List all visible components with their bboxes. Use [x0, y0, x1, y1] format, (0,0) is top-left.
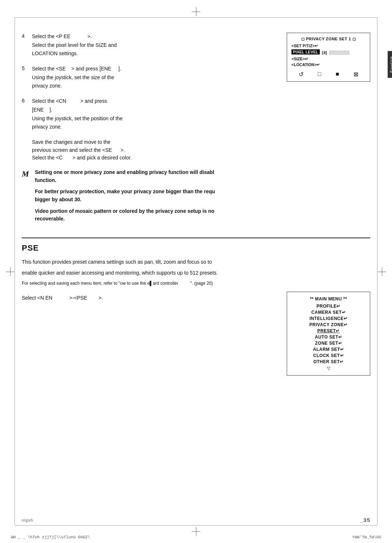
border-bottom — [15, 525, 377, 526]
menu-item-alarmset: ALARM SET↵ — [293, 347, 364, 352]
crosshair-left — [6, 267, 15, 276]
bottom-code-right: YWW'TW_TW\GG — [352, 535, 381, 539]
pb-location: <LOCATION>↵ — [291, 62, 366, 67]
language-tab: English — [388, 51, 392, 78]
step-5-line1: Select the <SE > and press [ENE ]. — [32, 65, 121, 73]
privacy-zone-box-container: ◻ PRIVACY ZONE SET 1 ◻ <SET P/T/Z>↵ PIXE… — [287, 33, 370, 162]
bottom-code: WW _ _ \hTuh zjjTj[\\uTlunU GGGZ\ YWW'TW… — [0, 535, 392, 539]
privacy-box-title: ◻ PRIVACY ZONE SET 1 ◻ — [291, 37, 366, 41]
privacy-zone-box: ◻ PRIVACY ZONE SET 1 ◻ <SET P/T/Z>↵ PIXE… — [287, 33, 370, 82]
footer-lang: nlgsh — [22, 518, 33, 522]
preset-step-text: Select <N EN >-<PSE >. — [22, 294, 276, 302]
step-4-content: Select the <P EE >. Select the pixel lev… — [32, 33, 117, 58]
menu-item-profile: PROFILE↵ — [293, 304, 364, 309]
crosshair-right — [377, 267, 386, 276]
step-6: 6 Select the <CN > and press [ENE ]. Usi… — [22, 97, 276, 132]
step-4-line3: LOCATION settings. — [32, 50, 117, 58]
menu-item-zoneset: ZONE SET↵ — [293, 341, 364, 346]
pb-set-ptz: <SET P/T/Z>↵ — [291, 44, 366, 48]
extra-line3: Select the <C > and pick a desired color… — [32, 154, 276, 162]
pb-icon-square: □ — [318, 71, 321, 78]
pb-icon-filled: ■ — [336, 71, 339, 78]
note-text-1: Setting one or more privacy zone and ena… — [35, 169, 214, 184]
extra-line1: Save the changes and move to the — [32, 138, 276, 146]
pb-size: <SIZE>↵ — [291, 57, 366, 61]
step-6-line1: Select the <CN > and press — [32, 97, 123, 105]
preset-left: Select <N EN >-<PSE >. — [22, 292, 276, 376]
crosshair-top — [192, 7, 200, 16]
pb-icon-x-square: ⊠ — [354, 71, 358, 78]
footer-lang-text: nlgsh — [22, 518, 33, 522]
pb-bar — [329, 51, 349, 54]
page-content: 4 Select the <P EE >. Select the pixel l… — [22, 22, 370, 521]
step-6-line3: Using the joystick, set the position of … — [32, 115, 123, 123]
preset-right: ** MAIN MENU ** PROFILE↵ CAMERA SET↵ INT… — [287, 292, 370, 376]
notes-section: M Setting one or more privacy zone and e… — [22, 169, 370, 230]
menu-box: ** MAIN MENU ** PROFILE↵ CAMERA SET↵ INT… — [287, 292, 370, 376]
pse-small: For selecting and saving each menu item,… — [22, 280, 370, 287]
pse-heading: PSE — [22, 243, 370, 253]
section-divider — [22, 238, 370, 238]
menu-item-otherset: OTHER SET↵ — [293, 359, 364, 364]
bottom-code-left: WW _ _ \hTuh zjjTj[\\uTlunU GGGZ\ — [11, 535, 90, 539]
menu-box-arrow: ▽ — [293, 366, 364, 371]
step-4: 4 Select the <P EE >. Select the pixel l… — [22, 33, 276, 58]
step-5-num: 5 — [22, 65, 29, 91]
step-6-content: Select the <CN > and press [ENE ]. Using… — [32, 97, 123, 132]
preset-section: Select <N EN >-<PSE >. ** MAIN MENU ** P… — [22, 292, 370, 376]
steps-left: 4 Select the <P EE >. Select the pixel l… — [22, 33, 276, 162]
note-icon-1: M — [22, 169, 30, 184]
pb-pixel-label: PIXEL LEVEL — [291, 49, 320, 54]
extra-lines: Save the changes and move to the previou… — [32, 138, 276, 162]
menu-item-preset: PRESET↵ — [293, 328, 364, 333]
footer-page: _35 — [360, 517, 370, 523]
step-5-line3: privacy zone. — [32, 82, 121, 90]
step-5-content: Select the <SE > and press [ENE ]. Using… — [32, 65, 121, 91]
step-5-line2: Using the joystick, set the size of the — [32, 74, 121, 82]
step-6-line2: [ENE ]. — [32, 106, 123, 114]
menu-item-clockset: CLOCK SET↵ — [293, 353, 364, 358]
step-5: 5 Select the <SE > and press [ENE ]. Usi… — [22, 65, 276, 91]
step-4-num: 4 — [22, 33, 29, 58]
step-4-line1: Select the <P EE >. — [32, 33, 117, 41]
menu-item-autoset: AUTO SET↵ — [293, 335, 364, 340]
menu-item-privacy: PRIVACY ZONE↵ — [293, 322, 364, 327]
note-1: M Setting one or more privacy zone and e… — [22, 169, 370, 184]
menu-item-camera: CAMERA SET↵ — [293, 310, 364, 315]
pb-icon-undo: ↺ — [299, 71, 303, 78]
pb-icons-row: ↺ □ ■ ⊠ — [291, 71, 366, 78]
pb-pixel-row: PIXEL LEVEL [4] — [291, 49, 366, 56]
note-2: For better privacy protection, make your… — [35, 188, 370, 203]
pse-body-1: This function provides preset camera set… — [22, 258, 370, 266]
step-6-num: 6 — [22, 97, 29, 132]
step-6-line4: privacy zone. — [32, 123, 123, 131]
border-left — [15, 17, 15, 526]
crosshair-bottom — [192, 527, 200, 536]
steps-section: 4 Select the <P EE >. Select the pixel l… — [22, 33, 370, 162]
menu-item-main: ** MAIN MENU ** — [293, 296, 364, 301]
border-top — [15, 17, 377, 18]
note-text-2: For better privacy protection, make your… — [35, 188, 215, 203]
pse-body-2: enable quicker and easier accessing and … — [22, 269, 370, 277]
page-number: _35 — [360, 517, 370, 523]
note-3: Video portion of mosaic pattern or color… — [35, 207, 370, 223]
step-4-line2: Select the pixel level for the SIZE and — [32, 41, 117, 49]
note-text-3: Video portion of mosaic pattern or color… — [35, 207, 215, 223]
menu-item-intelligence: INTELLIGENCE↵ — [293, 316, 364, 321]
extra-line2: previous screen and select the <SE >. — [32, 146, 276, 154]
footer: nlgsh _35 — [22, 517, 370, 523]
pb-pixel-indicator: [4] — [322, 50, 327, 55]
